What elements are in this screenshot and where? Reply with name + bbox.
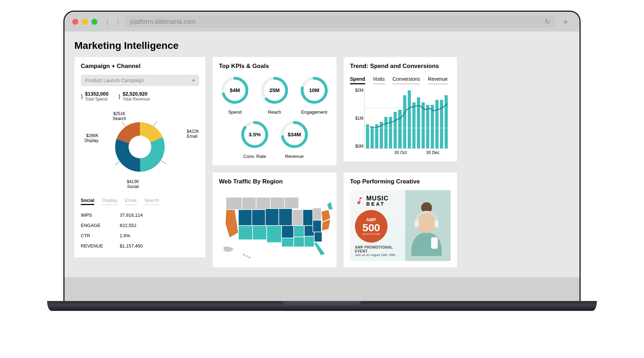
- svg-line-15: [154, 121, 157, 126]
- close-dot[interactable]: [72, 19, 78, 25]
- chevron-down-icon: ▾: [192, 78, 195, 83]
- channel-tabs: SocialDisplayEmailSearch: [81, 197, 199, 205]
- page-title: Marketing Intelligence: [74, 40, 570, 51]
- svg-text:$34M: $34M: [288, 131, 301, 137]
- creative-card: Top Performing Creative: [344, 172, 457, 267]
- channel-tab-display[interactable]: Display: [102, 197, 117, 205]
- svg-rect-44: [313, 220, 321, 232]
- svg-rect-28: [265, 209, 279, 226]
- svg-text:3.5%: 3.5%: [249, 131, 261, 137]
- metric-row: REVENUE$1,157,450: [81, 241, 199, 251]
- kpi-gauge-engagement: 10MEngagement: [299, 75, 330, 115]
- svg-rect-54: [434, 220, 439, 228]
- svg-rect-41: [314, 232, 322, 242]
- kpi-gauge-spend: $4MSpend: [219, 75, 250, 115]
- svg-rect-20: [226, 197, 242, 210]
- donut-label-email: $422K Email: [187, 129, 199, 139]
- svg-rect-37: [292, 210, 303, 226]
- svg-rect-53: [414, 220, 419, 228]
- svg-rect-55: [431, 237, 438, 249]
- channel-tab-email[interactable]: Email: [125, 197, 137, 205]
- campaign-title: Campaign + Channel: [81, 63, 199, 70]
- trend-card: Trend: Spend and Conversions SpendVisits…: [344, 57, 457, 161]
- web-traffic-title: Web Traffic By Region: [219, 178, 330, 185]
- svg-text:10M: 10M: [309, 87, 319, 93]
- svg-rect-33: [282, 226, 294, 238]
- minimize-dot[interactable]: [82, 19, 88, 25]
- svg-rect-35: [294, 226, 304, 237]
- trend-tab-visits[interactable]: Visits: [373, 75, 385, 84]
- campaign-total: ⟩$1352,000Total Spend: [81, 91, 108, 102]
- new-tab-icon[interactable]: +: [559, 16, 572, 27]
- person-headphones-icon: [402, 194, 451, 261]
- svg-text:$4M: $4M: [230, 87, 240, 93]
- channel-tab-search[interactable]: Search: [144, 197, 159, 205]
- trend-tab-spend[interactable]: Spend: [350, 75, 365, 84]
- svg-rect-38: [303, 210, 313, 226]
- kpi-gauge-conv-rate: 3.5%Conv. Rate: [239, 119, 270, 159]
- trend-chart: $2M$1M$0M .30 Oct30 Dec: [350, 88, 451, 155]
- metric-row: IMPS37,916,114: [81, 210, 199, 220]
- metric-row: ENGAGE822,552: [81, 220, 199, 231]
- browser-chrome: ⟨ ⟩ platform.datorama.com ↻ +: [64, 12, 580, 32]
- creative-title: Top Performing Creative: [350, 178, 451, 185]
- svg-rect-29: [279, 209, 292, 226]
- svg-rect-34: [282, 238, 294, 247]
- chevron-right-icon: ⟩: [118, 93, 120, 100]
- svg-line-17: [115, 161, 120, 165]
- donut-chart: $251K Search $422K Email $266K Display $…: [81, 108, 199, 189]
- svg-marker-25: [225, 210, 238, 238]
- svg-point-48: [243, 254, 245, 256]
- creative-left-panel: MUSIC BEAT AMP 500 HEADPHONES AMP PROMOT…: [350, 190, 405, 261]
- chevron-right-icon: ⟩: [81, 93, 83, 100]
- kpi-gauge-reach: 25MReach: [259, 75, 290, 115]
- kpi-gauge-revenue: $34MRevenue: [279, 119, 310, 159]
- donut-label-search: $251K Search: [113, 112, 126, 121]
- trend-title: Trend: Spend and Conversions: [350, 63, 451, 70]
- dashboard-page: Marketing Intelligence Top KPIs & Goals …: [64, 32, 580, 277]
- trend-tab-revenue[interactable]: Revenue: [428, 75, 448, 84]
- svg-rect-36: [294, 237, 304, 247]
- kpi-title: Top KPIs & Goals: [219, 63, 330, 70]
- svg-marker-42: [314, 242, 325, 256]
- donut-label-social: $413K Social: [127, 180, 139, 189]
- laptop-frame: ⟨ ⟩ platform.datorama.com ↻ + Marketing …: [63, 11, 581, 311]
- creative-image: MUSIC BEAT AMP 500 HEADPHONES AMP PROMOT…: [350, 190, 451, 261]
- svg-rect-27: [252, 210, 265, 226]
- svg-rect-23: [270, 197, 284, 209]
- laptop-base: [47, 301, 597, 311]
- svg-rect-40: [304, 236, 314, 247]
- trend-tab-conversions[interactable]: Conversions: [392, 75, 420, 84]
- svg-text:25M: 25M: [269, 87, 279, 93]
- svg-line-16: [161, 160, 166, 164]
- web-traffic-card: Web Traffic By Region: [213, 172, 337, 267]
- svg-rect-22: [256, 197, 270, 210]
- channel-tab-social[interactable]: Social: [81, 197, 94, 205]
- nav-forward-icon[interactable]: ⟩: [115, 17, 121, 26]
- address-bar[interactable]: platform.datorama.com ↻: [125, 16, 555, 28]
- maximize-dot[interactable]: [91, 19, 97, 25]
- nav-back-icon[interactable]: ⟨: [104, 17, 111, 26]
- donut-label-display: $266K Display: [81, 133, 98, 143]
- svg-point-50: [248, 256, 250, 258]
- amp-500-badge: AMP 500 HEADPHONES: [355, 210, 388, 243]
- promo-text: AMP PROMOTIONAL EVENT Join us on August …: [355, 245, 402, 257]
- svg-line-18: [122, 121, 125, 127]
- dashboard-grid: Top KPIs & Goals $4MSpend25MReach10MEnga…: [74, 57, 570, 267]
- campaign-total: ⟩$2,520,920Total Revenue: [118, 91, 150, 102]
- campaign-dropdown[interactable]: Product Launch Campaign ▾: [81, 75, 199, 86]
- url-text: platform.datorama.com: [130, 18, 196, 25]
- svg-rect-31: [253, 226, 267, 240]
- trend-tabs: SpendVisitsConversionsRevenue: [350, 75, 451, 84]
- reload-icon[interactable]: ↻: [545, 18, 550, 25]
- metric-row: CTR2.8%: [81, 231, 199, 241]
- svg-point-49: [245, 255, 248, 257]
- music-beat-logo: MUSIC BEAT: [355, 195, 402, 206]
- channel-metrics: IMPS37,916,114ENGAGE822,552CTR2.8%REVENU…: [81, 210, 199, 251]
- svg-rect-26: [238, 210, 252, 226]
- creative-right-panel: [402, 190, 451, 261]
- screen: ⟨ ⟩ platform.datorama.com ↻ + Marketing …: [63, 11, 581, 301]
- svg-rect-32: [267, 226, 282, 243]
- campaign-card: Campaign + Channel Product Launch Campai…: [74, 57, 205, 257]
- kpi-card: Top KPIs & Goals $4MSpend25MReach10MEnga…: [213, 57, 337, 165]
